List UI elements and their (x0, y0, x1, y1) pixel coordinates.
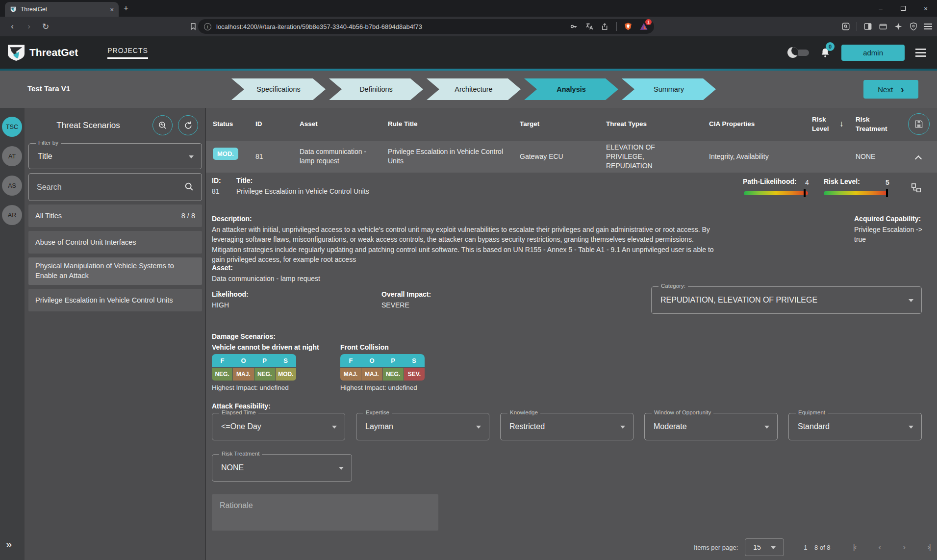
expertise-select[interactable]: Expertise Layman (356, 413, 489, 440)
dark-mode-toggle[interactable] (787, 47, 809, 58)
risk-treatment-select[interactable]: Risk Treatment NONE (212, 454, 352, 482)
window-of-opportunity-select[interactable]: Window of Opportunity Moderate (644, 413, 778, 440)
collapse-sidebar-button[interactable]: » (6, 538, 12, 551)
description-label: Description: (212, 215, 252, 223)
elapsed-time-select[interactable]: Elapsed Time <=One Day (212, 413, 345, 440)
refresh-icon (183, 121, 193, 130)
next-page-button[interactable]: › (903, 542, 905, 552)
browser-menu-icon[interactable] (924, 24, 932, 29)
impact-chip: MAJ. (233, 368, 253, 381)
list-item[interactable]: Abuse of Control Unit Interfaces (28, 231, 202, 254)
fops-o: O (361, 354, 382, 367)
browser-tab-strip: ThreatGet × + – × (0, 0, 937, 17)
step-specifications[interactable]: Specifications (231, 78, 326, 100)
scenario-analyze-button[interactable] (152, 115, 173, 135)
select-value: NONE (221, 463, 244, 472)
url-text[interactable]: localhost:4200/#/tara-iteration/59b8e357… (216, 23, 564, 30)
rail-item-tsc[interactable]: TSC (2, 117, 22, 137)
detail-title-label: Title: (236, 177, 253, 184)
step-architecture[interactable]: Architecture (427, 78, 521, 100)
paginator: Items per page: 15 1 – 8 of 8 |‹ ‹ › ›| (694, 538, 930, 556)
list-item-count: 8 / 8 (181, 212, 195, 220)
impact-chip: SEV. (404, 368, 425, 381)
step-definitions[interactable]: Definitions (329, 78, 423, 100)
rationale-textarea[interactable] (212, 494, 438, 531)
col-header-risk-level[interactable]: Risk Level (812, 108, 836, 141)
wallet-icon[interactable] (879, 22, 887, 31)
previous-page-button[interactable]: ‹ (879, 542, 881, 552)
collapse-row-button[interactable] (916, 154, 921, 164)
rail-item-ar[interactable]: AR (2, 205, 22, 225)
rail-item-at[interactable]: AT (2, 146, 22, 166)
search-icon[interactable] (184, 181, 195, 192)
translate-icon[interactable] (585, 22, 594, 31)
sort-desc-icon[interactable]: ↓ (839, 108, 844, 141)
fops-p: P (254, 354, 275, 367)
tab-search-icon[interactable] (841, 22, 850, 31)
sidebar-panel-icon[interactable] (863, 22, 872, 31)
password-key-icon[interactable] (569, 22, 578, 31)
search-input[interactable] (37, 174, 179, 201)
share-icon[interactable] (601, 22, 609, 31)
col-header-id: ID (255, 108, 262, 141)
threat-row[interactable]: MOD. 81 Data communication - lamp reques… (206, 141, 937, 173)
leo-ai-sparkle-icon[interactable] (894, 22, 903, 31)
col-header-rule-title: Rule Title (388, 108, 418, 141)
risk-level-label: Risk Level: (824, 178, 860, 185)
knowledge-select[interactable]: Knowledge Restricted (500, 413, 633, 440)
row-target: Gateway ECU (520, 152, 563, 161)
notification-count-badge: 0 (826, 42, 835, 51)
likelihood-value: HIGH (212, 300, 229, 310)
filter-by-select[interactable]: Filter by Title (28, 143, 202, 169)
toggle-track (796, 50, 809, 56)
site-info-icon[interactable]: i (204, 23, 211, 30)
url-bar[interactable]: i localhost:4200/#/tara-iteration/59b8e3… (198, 19, 654, 34)
impact-chip: MOD. (276, 368, 296, 381)
window-minimize-button[interactable]: – (869, 0, 892, 17)
browser-tab[interactable]: ThreatGet × (5, 2, 119, 17)
new-tab-button[interactable]: + (124, 3, 128, 13)
notifications-button[interactable]: 0 (820, 47, 831, 58)
category-value: REPUDIATION, ELEVATION OF PRIVILEGE (660, 296, 817, 305)
forward-button[interactable]: › (21, 22, 37, 31)
extension-icon[interactable]: 1 (639, 22, 648, 31)
rewards-shield-icon[interactable] (909, 22, 918, 31)
window-close-button[interactable]: × (914, 0, 937, 17)
category-select[interactable]: Category: REPUDIATION, ELEVATION OF PRIV… (651, 286, 922, 314)
reload-button[interactable]: ↻ (37, 22, 54, 32)
attack-tree-button[interactable] (911, 182, 921, 193)
col-header-asset: Asset (300, 108, 318, 141)
col-header-status: Status (213, 108, 233, 141)
last-page-button[interactable]: ›| (927, 542, 930, 552)
col-header-risk-treatment: Risk Treatment (856, 108, 890, 141)
rail-item-as[interactable]: AS (2, 176, 22, 196)
window-maximize-button[interactable] (892, 0, 914, 17)
select-label: Risk Treatment (219, 451, 262, 457)
damage-scenario-card: Front Collision F O P S MAJ. MAJ. NEG. S… (340, 343, 425, 391)
next-button[interactable]: Next › (863, 80, 918, 99)
items-per-page-select[interactable]: 15 (745, 538, 784, 556)
step-analysis[interactable]: Analysis (524, 78, 618, 100)
list-item-all-titles[interactable]: All Titles 8 / 8 (28, 204, 202, 227)
col-header-threat-types: Threat Types (606, 108, 647, 141)
user-menu-button[interactable]: admin (841, 45, 905, 61)
list-item[interactable]: Physical Manipulation of Vehicle Systems… (28, 257, 202, 285)
step-summary[interactable]: Summary (622, 78, 716, 100)
first-page-button[interactable]: |‹ (853, 542, 856, 552)
nav-projects-tab[interactable]: PROJECTS (107, 47, 148, 59)
highest-impact: Highest Impact: undefined (340, 384, 425, 391)
save-button[interactable] (908, 113, 930, 135)
bookmark-icon[interactable] (189, 23, 198, 31)
page-action-icons: 1 (569, 22, 648, 31)
select-value: <=One Day (221, 422, 261, 431)
tab-close-icon[interactable]: × (110, 6, 114, 13)
back-button[interactable]: ‹ (4, 22, 21, 31)
refresh-button[interactable] (178, 115, 198, 135)
brave-shield-icon[interactable] (624, 22, 633, 31)
chevron-down-icon (620, 426, 625, 429)
equipment-select[interactable]: Equipment Standard (788, 413, 922, 440)
list-item[interactable]: Privilege Escalation in Vehicle Control … (28, 289, 202, 311)
app-menu-icon[interactable] (915, 49, 926, 57)
scenario-title: Front Collision (340, 343, 425, 351)
fops-header: F O P S (340, 354, 425, 367)
